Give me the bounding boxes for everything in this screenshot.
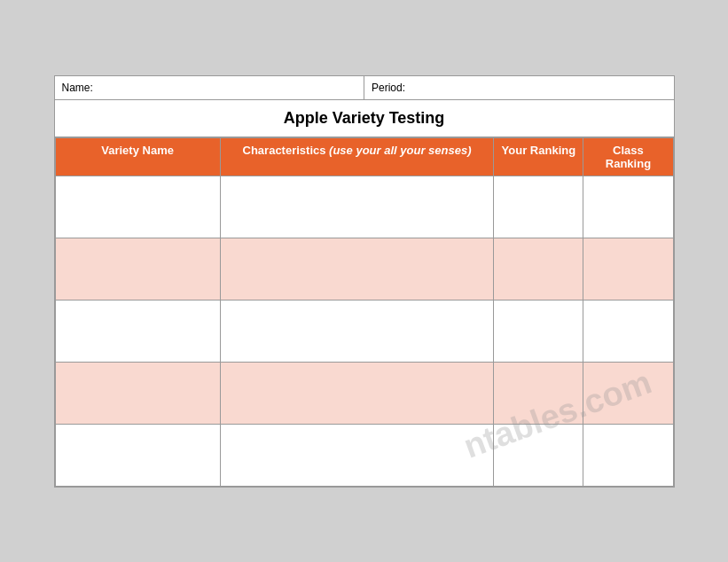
cell-your-ranking bbox=[494, 300, 583, 362]
cell-variety bbox=[55, 300, 220, 362]
table-row bbox=[55, 424, 673, 486]
cell-characteristics bbox=[220, 424, 494, 486]
header-characteristics: Characteristics (use your all your sense… bbox=[220, 137, 494, 176]
table-row bbox=[55, 238, 673, 300]
worksheet-page: Name: Period: Apple Variety Testing Vari… bbox=[54, 75, 675, 488]
cell-variety bbox=[55, 362, 220, 424]
worksheet-table: Variety Name Characteristics (use your a… bbox=[55, 137, 674, 487]
cell-variety bbox=[55, 424, 220, 486]
period-label: Period: bbox=[372, 82, 405, 94]
cell-class-ranking bbox=[583, 176, 673, 238]
cell-your-ranking bbox=[494, 424, 583, 486]
table-row bbox=[55, 362, 673, 424]
cell-class-ranking bbox=[583, 424, 673, 486]
cell-characteristics bbox=[220, 362, 494, 424]
name-label: Name: bbox=[62, 82, 93, 94]
cell-your-ranking bbox=[494, 238, 583, 300]
header-variety-name: Variety Name bbox=[55, 137, 220, 176]
table-header-row: Variety Name Characteristics (use your a… bbox=[55, 137, 673, 176]
period-field: Period: bbox=[364, 76, 674, 99]
cell-class-ranking bbox=[583, 238, 673, 300]
table-row bbox=[55, 176, 673, 238]
cell-characteristics bbox=[220, 238, 494, 300]
cell-variety bbox=[55, 176, 220, 238]
cell-class-ranking bbox=[583, 300, 673, 362]
worksheet-title: Apple Variety Testing bbox=[55, 100, 674, 137]
table-row bbox=[55, 300, 673, 362]
name-field: Name: bbox=[55, 76, 365, 99]
top-fields: Name: Period: bbox=[55, 76, 674, 100]
cell-class-ranking bbox=[583, 362, 673, 424]
header-your-ranking: Your Ranking bbox=[494, 137, 583, 176]
cell-characteristics bbox=[220, 176, 494, 238]
cell-your-ranking bbox=[494, 362, 583, 424]
cell-variety bbox=[55, 238, 220, 300]
header-class-ranking: Class Ranking bbox=[583, 137, 673, 176]
header-characteristics-italic: (use your all your senses) bbox=[329, 144, 471, 157]
cell-characteristics bbox=[220, 300, 494, 362]
cell-your-ranking bbox=[494, 176, 583, 238]
